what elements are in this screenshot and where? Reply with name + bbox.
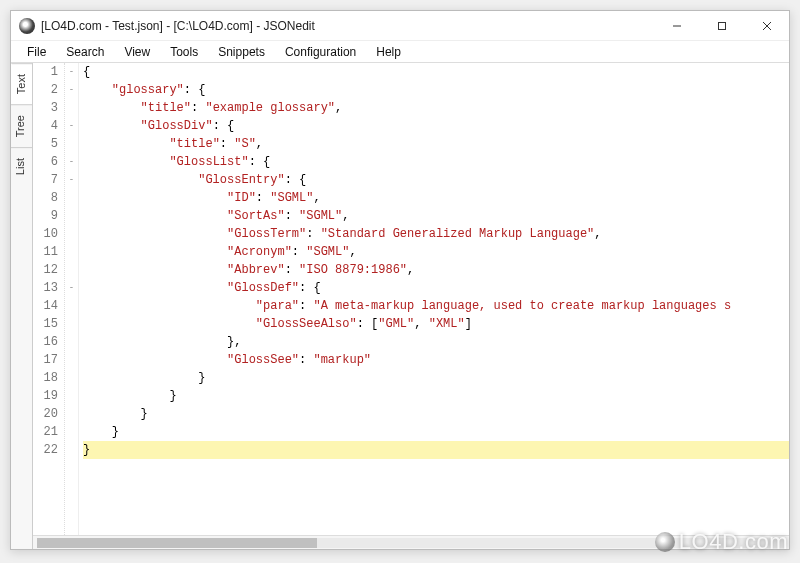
fold-marker	[65, 369, 78, 387]
code-line[interactable]: }	[83, 405, 789, 423]
menu-file[interactable]: File	[17, 43, 56, 61]
fold-marker	[65, 315, 78, 333]
side-tabs: Text Tree List	[11, 63, 33, 549]
fold-marker	[65, 333, 78, 351]
tab-tree[interactable]: Tree	[11, 104, 32, 147]
code-line[interactable]: }	[83, 441, 789, 459]
code-line[interactable]: "GlossDef": {	[83, 279, 789, 297]
code-line[interactable]: }	[83, 369, 789, 387]
fold-marker	[65, 261, 78, 279]
code-line[interactable]: "GlossList": {	[83, 153, 789, 171]
fold-marker[interactable]: -	[65, 171, 78, 189]
fold-column[interactable]: ------	[65, 63, 79, 535]
titlebar[interactable]: [LO4D.com - Test.json] - [C:\LO4D.com] -…	[11, 11, 789, 41]
fold-marker	[65, 405, 78, 423]
code-line[interactable]: },	[83, 333, 789, 351]
close-button[interactable]	[744, 11, 789, 40]
app-window: [LO4D.com - Test.json] - [C:\LO4D.com] -…	[10, 10, 790, 550]
code-line[interactable]: "glossary": {	[83, 81, 789, 99]
fold-marker	[65, 99, 78, 117]
fold-marker	[65, 225, 78, 243]
horizontal-scrollbar[interactable]	[33, 535, 789, 549]
menu-help[interactable]: Help	[366, 43, 411, 61]
code-line[interactable]: "para": "A meta-markup language, used to…	[83, 297, 789, 315]
code-line[interactable]: "Acronym": "SGML",	[83, 243, 789, 261]
window-controls	[654, 11, 789, 40]
fold-marker[interactable]: -	[65, 279, 78, 297]
code-line[interactable]: }	[83, 423, 789, 441]
code-line[interactable]: "GlossEntry": {	[83, 171, 789, 189]
menu-configuration[interactable]: Configuration	[275, 43, 366, 61]
tab-list[interactable]: List	[11, 147, 32, 185]
fold-marker	[65, 189, 78, 207]
editor: 12345678910111213141516171819202122 ----…	[33, 63, 789, 549]
code-line[interactable]: "Abbrev": "ISO 8879:1986",	[83, 261, 789, 279]
menu-snippets[interactable]: Snippets	[208, 43, 275, 61]
scroll-thumb[interactable]	[37, 538, 317, 548]
fold-marker[interactable]: -	[65, 153, 78, 171]
fold-marker[interactable]: -	[65, 117, 78, 135]
code-line[interactable]: "GlossSeeAlso": ["GML", "XML"]	[83, 315, 789, 333]
tab-text[interactable]: Text	[11, 63, 32, 104]
code-line[interactable]: "GlossDiv": {	[83, 117, 789, 135]
code-line[interactable]: {	[83, 63, 789, 81]
code-line[interactable]: "SortAs": "SGML",	[83, 207, 789, 225]
menu-view[interactable]: View	[114, 43, 160, 61]
code-line[interactable]: "GlossTerm": "Standard Generalized Marku…	[83, 225, 789, 243]
fold-marker[interactable]: -	[65, 81, 78, 99]
code-lines[interactable]: { "glossary": { "title": "example glossa…	[79, 63, 789, 535]
fold-marker	[65, 135, 78, 153]
fold-marker	[65, 207, 78, 225]
scroll-track[interactable]	[37, 538, 785, 548]
code-line[interactable]: "title": "S",	[83, 135, 789, 153]
app-icon	[19, 18, 35, 34]
menubar: File Search View Tools Snippets Configur…	[11, 41, 789, 63]
menu-search[interactable]: Search	[56, 43, 114, 61]
menu-tools[interactable]: Tools	[160, 43, 208, 61]
code-area[interactable]: 12345678910111213141516171819202122 ----…	[33, 63, 789, 535]
maximize-button[interactable]	[699, 11, 744, 40]
fold-marker	[65, 441, 78, 459]
fold-marker	[65, 297, 78, 315]
minimize-button[interactable]	[654, 11, 699, 40]
code-line[interactable]: "title": "example glossary",	[83, 99, 789, 117]
svg-rect-1	[718, 22, 725, 29]
fold-marker[interactable]: -	[65, 63, 78, 81]
client-area: Text Tree List 1234567891011121314151617…	[11, 63, 789, 549]
code-line[interactable]: "ID": "SGML",	[83, 189, 789, 207]
code-line[interactable]: "GlossSee": "markup"	[83, 351, 789, 369]
fold-marker	[65, 423, 78, 441]
fold-marker	[65, 243, 78, 261]
fold-marker	[65, 351, 78, 369]
line-gutter: 12345678910111213141516171819202122	[33, 63, 65, 535]
window-title: [LO4D.com - Test.json] - [C:\LO4D.com] -…	[41, 19, 654, 33]
fold-marker	[65, 387, 78, 405]
code-line[interactable]: }	[83, 387, 789, 405]
